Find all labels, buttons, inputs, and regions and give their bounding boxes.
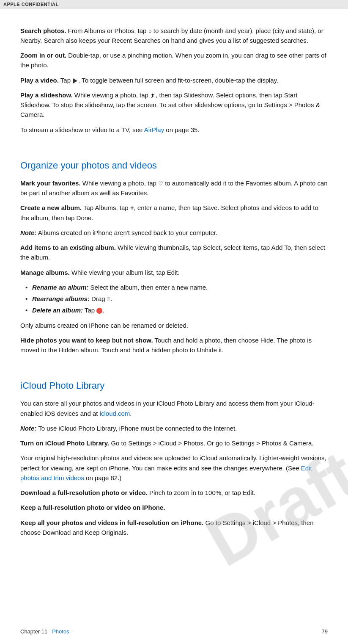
original-photos-text: Your original high-resolution photos and… [20, 454, 326, 471]
zoom-term: Zoom in or out. [20, 52, 66, 59]
bullet-rearrange-term: Rearrange albums: [32, 295, 90, 302]
original-photos-para: Your original high-resolution photos and… [20, 453, 328, 483]
bullet-rename-term: Rename an album: [32, 284, 88, 291]
hide-photos-term: Hide photos you want to keep but not sho… [20, 337, 153, 344]
delete-icon: − [96, 308, 102, 314]
only-albums-text: Only albums created on iPhone can be ren… [20, 322, 188, 329]
download-text: Pinch to zoom in to 100%, or tap Edit. [149, 489, 255, 496]
zoom-text: Double-tap, or use a pinching motion. Wh… [20, 52, 326, 69]
play-video-term: Play a video. [20, 77, 59, 84]
manage-albums-term: Manage albums. [20, 269, 70, 276]
icloud-intro-text: You can store all your photos and videos… [20, 400, 315, 417]
turn-on-term: Turn on iCloud Photo Library. [20, 439, 109, 447]
heart-icon: ♡ [158, 180, 163, 188]
spacer-2 [20, 360, 328, 367]
icloud-link[interactable]: icloud.com [100, 410, 130, 417]
zoom-para: Zoom in or out. Double-tap, or use a pin… [20, 50, 328, 70]
note1-para: Note: Albums created on iPhone aren't sy… [20, 228, 328, 238]
search-photos-para: Search photos. From Albums or Photos, ta… [20, 26, 328, 46]
icloud-intro-text2: . [130, 410, 132, 417]
chapter-label: Chapter 11 [20, 628, 47, 635]
add-items-para: Add items to an existing album. While vi… [20, 243, 328, 263]
download-term: Download a full-resolution photo or vide… [20, 489, 148, 496]
airplay-para: To stream a slideshow or video to a TV, … [20, 125, 328, 135]
create-album-term: Create a new album. [20, 204, 82, 211]
icloud-intro-para: You can store all your photos and videos… [20, 398, 328, 418]
section2-heading: iCloud Photo Library [20, 379, 328, 392]
confidential-banner: APPLE CONFIDENTIAL [0, 0, 348, 9]
turn-on-text: Go to Settings > iCloud > Photos. Or go … [111, 439, 313, 447]
add-items-term: Add items to an existing album. [20, 244, 116, 251]
download-para: Download a full-resolution photo or vide… [20, 488, 328, 498]
keep-full-term: Keep a full-resolution photo or video on… [20, 504, 165, 511]
footer-page-number: 79 [322, 627, 328, 636]
footer-chapter: Chapter 11 Photos [20, 627, 69, 636]
note1-label: Note: [20, 229, 36, 236]
search-photos-term: Search photos. [20, 27, 66, 34]
bullet-delete: Delete an album: Tap −. [27, 305, 328, 315]
play-slideshow-para: Play a slideshow. While viewing a photo,… [20, 90, 328, 120]
keep-all-para: Keep all your photos and videos in full-… [20, 518, 328, 538]
share-icon: ⮭ [150, 91, 156, 100]
bullet-rename: Rename an album: Select the album, then … [27, 282, 328, 292]
hide-photos-para: Hide photos you want to keep but not sho… [20, 335, 328, 355]
note1-text: Albums created on iPhone aren't synced b… [36, 229, 217, 236]
chapter-link[interactable]: Photos [52, 628, 69, 635]
airplay-link[interactable]: AirPlay [144, 126, 164, 133]
page-content: Search photos. From Albums or Photos, ta… [0, 9, 348, 568]
note2-para: Note: To use iCloud Photo Library, iPhon… [20, 423, 328, 433]
keep-full-para: Keep a full-resolution photo or video on… [20, 503, 328, 512]
airplay-text-after: on page 35. [164, 126, 199, 133]
bullet-delete-text: Tap −. [83, 307, 104, 314]
search-icon: ⌕ [148, 27, 152, 35]
note2-label: Note: [20, 425, 36, 432]
play-icon [73, 78, 77, 83]
search-photos-text: From Albums or Photos, tap ⌕ to search b… [20, 27, 323, 44]
mark-favorites-para: Mark your favorites. While viewing a pho… [20, 178, 328, 198]
spacer-1 [20, 140, 328, 146]
bullet-rearrange-text: Drag ≡. [90, 295, 112, 302]
manage-albums-text: While viewing your album list, tap Edit. [71, 269, 180, 276]
bullet-rename-text: Select the album, then enter a new name. [88, 284, 208, 291]
manage-albums-bullets: Rename an album: Select the album, then … [27, 282, 328, 315]
bullet-rearrange: Rearrange albums: Drag ≡. [27, 294, 328, 304]
bullet-delete-term: Delete an album: [32, 307, 83, 314]
note2-text: To use iCloud Photo Library, iPhone must… [36, 425, 237, 432]
keep-all-term: Keep all your photos and videos in full-… [20, 519, 203, 526]
page-footer: Chapter 11 Photos 79 [0, 627, 348, 636]
confidential-text: APPLE CONFIDENTIAL [3, 2, 59, 7]
mark-favorites-term: Mark your favorites. [20, 180, 81, 187]
play-slideshow-term: Play a slideshow. [20, 91, 73, 99]
section1-heading: Organize your photos and videos [20, 158, 328, 172]
play-video-para: Play a video. Tap . To toggle between fu… [20, 75, 328, 85]
only-albums-para: Only albums created on iPhone can be ren… [20, 321, 328, 330]
create-album-para: Create a new album. Tap Albums, tap +, e… [20, 203, 328, 223]
turn-on-para: Turn on iCloud Photo Library. Go to Sett… [20, 438, 328, 448]
manage-albums-para: Manage albums. While viewing your album … [20, 268, 328, 277]
original-text2: on page 82.) [84, 474, 121, 481]
airplay-text-before: To stream a slideshow or video to a TV, … [20, 126, 144, 133]
play-video-text: Tap . To toggle between full screen and … [60, 77, 278, 84]
